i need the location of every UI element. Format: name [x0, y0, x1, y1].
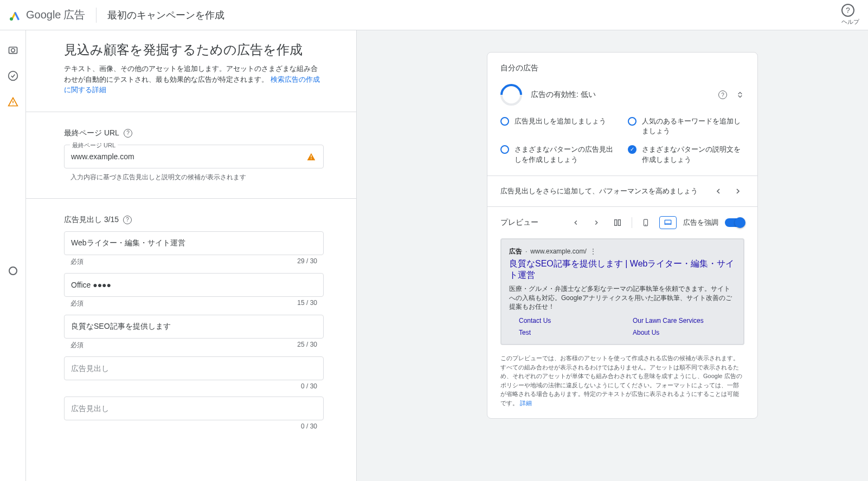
headline-input[interactable] — [71, 364, 317, 373]
final-url-float-label: 最終ページ URL — [70, 141, 118, 150]
ad-preview: 広告 · www.example.com/ ⋮ 良質なSEO記事を提供します |… — [500, 238, 744, 345]
ad-preview-headline: 良質なSEO記事を提供します | Webライター・編集・サイト運営 — [509, 258, 736, 281]
rail-step-pending-icon[interactable] — [9, 266, 17, 275]
headlines-label: 広告見出し 3/15 ? — [64, 215, 324, 225]
final-url-input-wrap[interactable]: 最終ページ URL — [64, 145, 324, 168]
app-header: Google 広告 最初のキャンペーンを作成 ? ヘルプ — [0, 0, 868, 30]
check-item: 広告見出しを追加しましょう — [500, 116, 617, 136]
check-done-icon: ✓ — [628, 145, 636, 154]
help-label: ヘルプ — [841, 18, 859, 26]
panel-title: 自分の広告 — [500, 63, 744, 73]
ad-preview-url-row: 広告 · www.example.com/ ⋮ — [509, 247, 736, 256]
ad-sitelink: Test — [519, 329, 622, 336]
page-heading: 見込み顧客を発掘するための広告を作成 — [64, 41, 324, 58]
header-separator — [96, 8, 97, 23]
rail-step-check-icon[interactable] — [7, 69, 20, 82]
ad-display-url: www.example.com/ — [530, 248, 586, 255]
check-text: 人気のあるキーワードを追加しましょう — [642, 116, 744, 136]
preview-disclaimer: このプレビューでは、お客様のアセットを使って作成される広告の候補が表示されます。… — [500, 354, 744, 407]
preview-label: プレビュー — [500, 218, 562, 227]
svg-point-0 — [10, 17, 13, 21]
headline-required-label: 必須 — [70, 341, 83, 350]
check-text: さまざまなパターンの広告見出しを作成しましょう — [515, 145, 617, 164]
check-pending-icon — [500, 145, 509, 154]
headline-input-wrap[interactable] — [64, 396, 324, 420]
check-item: 人気のあるキーワードを追加しましょう — [628, 116, 744, 136]
final-url-label: 最終ページ URL ? — [64, 128, 324, 138]
ad-preview-description: 医療・グルメ・弁護士など多彩なテーマの記事執筆を依頼できます。サイトへの入稿も対… — [509, 284, 736, 311]
final-url-help-text: 入力内容に基づき広告見出しと説明文の候補が表示されます — [64, 173, 324, 182]
headline-meta: 0 / 30 — [64, 382, 324, 396]
headline-input[interactable] — [71, 281, 317, 289]
preview-columns-icon[interactable] — [610, 216, 625, 229]
preview-bar: プレビュー 広告を強調 — [500, 207, 744, 238]
left-rail — [0, 30, 26, 481]
ad-preview-panel: 自分の広告 広告の有効性: 低い ? 広告見出しを追加しましょう人気のあるキーワ… — [487, 52, 758, 419]
preview-prev-icon[interactable] — [569, 217, 583, 229]
svg-rect-5 — [618, 219, 620, 225]
check-text: さまざまなパターンの説明文を作成しましょう — [642, 145, 744, 164]
tip-text: 広告見出しをさらに追加して、パフォーマンスを高めましょう — [500, 186, 705, 196]
headline-input-wrap[interactable] — [64, 356, 324, 380]
help-button[interactable]: ? ヘルプ — [841, 4, 859, 26]
ad-strength-row: 広告の有効性: 低い ? — [500, 84, 744, 106]
headline-input[interactable] — [71, 322, 317, 331]
checks-grid: 広告見出しを追加しましょう人気のあるキーワードを追加しましょうさまざまなパターン… — [500, 116, 744, 165]
check-item: さまざまなパターンの広告見出しを作成しましょう — [500, 145, 617, 164]
final-url-label-text: 最終ページ URL — [64, 128, 119, 138]
headline-char-count: 15 / 30 — [297, 299, 317, 308]
page-description: テキスト、画像、その他のアセットを追加します。アセットのさまざまな組み合わせが自… — [64, 63, 324, 95]
headline-input[interactable] — [71, 239, 317, 248]
ad-strength-help-icon[interactable]: ? — [718, 90, 727, 99]
warning-icon — [306, 151, 317, 162]
section-divider-2 — [26, 198, 356, 199]
headline-meta: 必須29 / 30 — [64, 257, 324, 273]
content-column: 見込み顧客を発掘するための広告を作成 テキスト、画像、その他のアセットを追加しま… — [26, 30, 357, 481]
headlines-label-text: 広告見出し 3/15 — [64, 215, 119, 225]
svg-point-3 — [8, 72, 17, 81]
section-divider — [26, 112, 356, 112]
final-url-input[interactable] — [71, 152, 306, 161]
tip-prev-icon[interactable] — [712, 185, 725, 198]
headline-char-count: 29 / 30 — [297, 257, 317, 266]
headline-input-wrap[interactable] — [64, 315, 324, 339]
headline-input[interactable] — [71, 404, 317, 413]
headline-meta: 0 / 30 — [64, 422, 324, 437]
headline-input-wrap[interactable] — [64, 231, 324, 255]
preview-separator — [632, 217, 632, 228]
preview-desktop-icon[interactable] — [659, 216, 677, 229]
headline-required-label: 必須 — [70, 299, 83, 308]
check-item: ✓さまざまなパターンの説明文を作成しましょう — [628, 145, 744, 164]
rail-step-warning-icon[interactable] — [7, 95, 20, 108]
logo-text: Google — [26, 9, 61, 21]
check-text: 広告見出しを追加しましょう — [515, 116, 606, 136]
check-pending-icon — [628, 117, 636, 126]
ad-strength-ring-icon — [500, 84, 522, 106]
check-pending-icon — [500, 117, 509, 126]
right-column: 自分の広告 広告の有効性: 低い ? 広告見出しを追加しましょう人気のあるキーワ… — [357, 30, 868, 481]
google-ads-logo-icon — [9, 9, 22, 22]
tip-next-icon[interactable] — [731, 185, 744, 198]
disclaimer-link[interactable]: 詳細 — [520, 400, 532, 406]
svg-rect-4 — [615, 219, 617, 225]
disclaimer-text: このプレビューでは、お客様のアセットを使って作成される広告の候補が表示されます。… — [500, 355, 742, 406]
preview-next-icon[interactable] — [589, 217, 603, 229]
ad-more-icon: ⋮ — [590, 248, 596, 255]
ad-sitelink: Contact Us — [519, 317, 622, 324]
headline-input-wrap[interactable] — [64, 273, 324, 297]
ad-sitelink: About Us — [633, 329, 736, 336]
logo-suffix: 広告 — [63, 8, 85, 22]
emphasize-toggle[interactable] — [725, 218, 744, 227]
header-title: 最初のキャンペーンを作成 — [107, 9, 224, 22]
help-icon: ? — [841, 4, 854, 17]
collapse-icon[interactable] — [736, 90, 744, 99]
final-url-help-icon[interactable]: ? — [124, 129, 132, 138]
headlines-help-icon[interactable]: ? — [123, 216, 132, 224]
headline-required-label: 必須 — [70, 257, 83, 266]
rail-step-camera-icon[interactable] — [7, 43, 20, 56]
ad-sitelink: Our Lawn Care Services — [633, 317, 736, 324]
headline-meta: 必須25 / 30 — [64, 341, 324, 356]
preview-mobile-icon[interactable] — [639, 216, 653, 230]
headline-meta: 必須15 / 30 — [64, 299, 324, 315]
ad-strength-text: 広告の有効性: 低い — [531, 90, 710, 100]
